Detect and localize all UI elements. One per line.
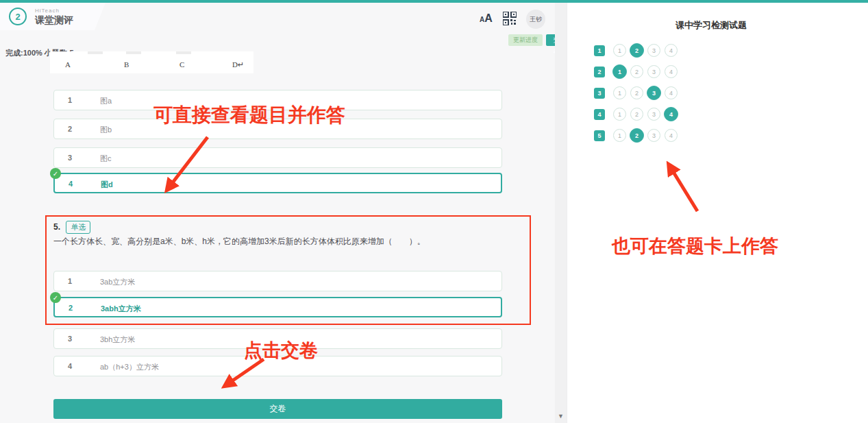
answer-q2-choice-1[interactable]: 1: [612, 64, 627, 79]
answer-q1-choice-2[interactable]: 2: [630, 43, 644, 58]
option-number: 2: [68, 125, 72, 133]
submit-paper-button[interactable]: 交卷: [53, 399, 502, 419]
q4-option-2[interactable]: 2图b: [53, 119, 502, 139]
option-text: ab（h+3）立方米: [100, 362, 159, 372]
option-number: 1: [68, 277, 72, 285]
check-icon: ✓: [50, 168, 61, 179]
answer-card-panel: 课中学习检测试题 1123421234312344123451234: [567, 3, 868, 423]
option-text: 3ab立方米: [100, 277, 135, 287]
option-text: 图b: [100, 125, 112, 135]
question-number-badge: 2: [594, 67, 605, 77]
image-fragment: [88, 51, 103, 54]
scroll-down-icon[interactable]: ▼: [558, 413, 564, 420]
image-fragment: [126, 51, 141, 54]
q4-option-1[interactable]: 1图a: [53, 90, 502, 110]
qr-code-icon[interactable]: [503, 12, 517, 28]
q5-option-2[interactable]: ✓23abh立方米: [53, 297, 502, 317]
option-number: 4: [69, 180, 73, 188]
option-number: 1: [68, 96, 72, 104]
top-accent-bar: [0, 0, 868, 3]
option-number: 4: [68, 362, 72, 370]
answer-q5-choice-1[interactable]: 1: [613, 129, 626, 142]
answer-q5-choice-3[interactable]: 3: [647, 129, 660, 142]
q5-option-4[interactable]: 4ab（h+3）立方米: [53, 356, 502, 376]
avatar[interactable]: 王钞: [526, 10, 545, 29]
image-fragment: [176, 51, 191, 54]
option-number: 3: [68, 335, 72, 343]
column-letter-d: D↵: [232, 60, 244, 69]
toolbar: AA 王钞: [473, 10, 562, 29]
question-type-badge: 单选: [66, 221, 90, 234]
answer-card-title: 课中学习检测试题: [567, 19, 855, 32]
answer-q4-choice-1[interactable]: 1: [613, 108, 626, 121]
answer-q4-choice-3[interactable]: 3: [647, 108, 660, 121]
answer-q3-choice-2[interactable]: 2: [630, 86, 643, 99]
question-number: 5.: [53, 222, 60, 232]
answer-q4-choice-2[interactable]: 2: [630, 108, 643, 121]
answer-q2-choice-3[interactable]: 3: [647, 65, 660, 78]
answer-q2-choice-4[interactable]: 4: [665, 65, 678, 78]
page-title: 课堂测评: [35, 14, 73, 27]
answer-q1-choice-1[interactable]: 1: [613, 44, 626, 57]
answer-q2-choice-2[interactable]: 2: [630, 65, 643, 78]
question-number-badge: 5: [594, 130, 605, 141]
question-number-badge: 4: [594, 109, 605, 120]
scrollbar[interactable]: ▼: [555, 3, 567, 423]
app-header-card: 2 HiTeach 课堂测评: [0, 3, 106, 30]
check-icon: ✓: [50, 292, 61, 303]
option-number: 3: [68, 154, 72, 162]
q5-option-1[interactable]: 13ab立方米: [53, 271, 502, 291]
column-letter-c: C: [179, 60, 184, 69]
answer-q3-choice-3[interactable]: 3: [647, 86, 661, 100]
option-text: 图a: [100, 96, 112, 106]
option-text: 图c: [100, 154, 112, 164]
quiz-panel: 2 HiTeach 课堂测评 AA 王钞 完成:100% 小题数:5 更新进度 …: [0, 3, 567, 423]
option-text: 3abh立方米: [101, 304, 141, 314]
question-number-badge: 1: [594, 45, 605, 56]
q5-option-3[interactable]: 33bh立方米: [53, 328, 502, 349]
answer-q3-choice-1[interactable]: 1: [613, 86, 626, 99]
answer-q3-choice-4[interactable]: 4: [665, 86, 678, 99]
option-number: 2: [69, 304, 73, 312]
step-badge: 2: [9, 8, 27, 25]
option-text: 图d: [101, 180, 113, 190]
q4-option-4[interactable]: ✓4图d: [53, 173, 502, 193]
question5-header: 5. 单选: [53, 220, 90, 234]
answer-q1-choice-4[interactable]: 4: [665, 44, 678, 57]
answer-q1-choice-3[interactable]: 3: [647, 44, 660, 57]
answer-q5-choice-4[interactable]: 4: [665, 129, 678, 142]
font-size-icon[interactable]: AA: [480, 12, 493, 25]
update-progress-button[interactable]: 更新进度: [508, 34, 543, 46]
question5-text: 一个长方体长、宽、高分别是a米、b米、h米，它的高增加3米后新的长方体体积比原来…: [53, 236, 499, 247]
question-number-badge: 3: [594, 88, 605, 99]
option-text: 3bh立方米: [100, 335, 135, 345]
column-letter-b: B: [124, 60, 129, 69]
question-image: A B C D↵: [50, 51, 253, 73]
answer-q4-choice-4[interactable]: 4: [664, 107, 678, 121]
app-name: HiTeach: [35, 8, 60, 14]
column-letter-a: A: [65, 60, 71, 69]
answer-q5-choice-2[interactable]: 2: [630, 128, 644, 143]
q4-option-3[interactable]: 3图c: [53, 147, 502, 168]
